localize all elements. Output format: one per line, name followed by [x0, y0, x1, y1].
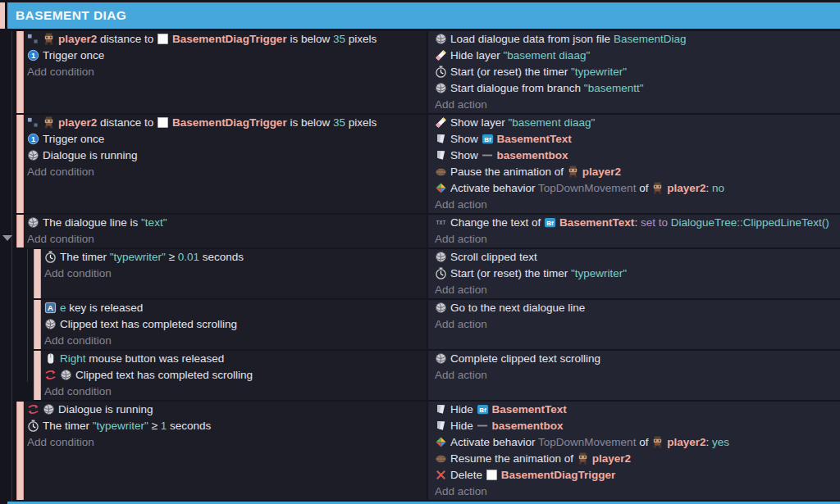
action-row[interactable]: Pause the animation of player2	[435, 164, 840, 180]
add-action-button[interactable]: Add action	[435, 484, 840, 500]
condition-row[interactable]: Ae key is released	[44, 300, 427, 316]
text-segment: ≥	[148, 420, 161, 432]
mouse-icon	[44, 352, 57, 365]
action-row[interactable]: Show BfBasementText	[435, 131, 840, 148]
visibility-icon	[435, 133, 447, 145]
group-title: BASEMENT DIAG	[16, 8, 126, 22]
action-row[interactable]: Start (or reset) the timer "typewriter"	[435, 64, 840, 80]
action-row[interactable]: Complete clipped text scrolling	[435, 351, 840, 367]
event-group-header[interactable]: BASEMENT DIAG	[7, 2, 840, 29]
event-selection-bar[interactable]	[34, 249, 41, 298]
condition-row[interactable]: Dialogue is running	[27, 402, 427, 418]
visibility-icon	[435, 403, 447, 415]
conditions-column: The timer "typewriter" ≥ 0.01 secondsAdd…	[41, 249, 427, 298]
action-row[interactable]: Show layer "basement diaag"	[435, 115, 840, 131]
yarn-ball-icon	[435, 302, 447, 314]
condition-row[interactable]: The dialogue line is "text"	[27, 215, 427, 231]
text-segment: basementbox	[492, 420, 564, 432]
action-row[interactable]: Scroll clipped text	[435, 249, 840, 266]
event-selection-bar[interactable]	[16, 115, 24, 213]
white-square-icon	[157, 116, 169, 129]
collapse-arrow-icon[interactable]	[2, 235, 12, 241]
condition-row[interactable]: The timer "typewriter" ≥ 0.01 seconds	[44, 249, 427, 266]
distance-icon	[27, 33, 39, 45]
text-segment: "typewriter"	[571, 267, 627, 279]
add-condition-button[interactable]: Add condition	[27, 231, 427, 247]
event-selection-bar[interactable]	[16, 31, 24, 113]
action-row[interactable]: Hide BfBasementText	[435, 402, 840, 418]
add-action-button[interactable]: Add action	[435, 282, 840, 298]
add-action-button[interactable]: Add action	[435, 231, 840, 247]
text-segment: pixels	[345, 33, 377, 45]
text-segment: Complete clipped text scrolling	[450, 352, 600, 365]
action-row[interactable]: Start dialogue from branch "basementt"	[435, 80, 840, 97]
text-segment: Clipped text has completed scrolling	[60, 318, 237, 330]
text-segment: 35	[333, 33, 345, 45]
action-row[interactable]: Hide layer "basement diaag"	[435, 48, 840, 64]
event-selection-bar[interactable]	[34, 300, 41, 349]
action-row[interactable]: Show basementbox	[435, 148, 840, 164]
conditions-column: player2 distance to BasementDiagTrigger …	[24, 115, 427, 213]
add-action-button[interactable]: Add action	[435, 367, 840, 384]
svg-text:Bf: Bf	[479, 406, 486, 414]
yarn-ball-icon	[435, 352, 447, 365]
add-action-button[interactable]: Add action	[435, 97, 840, 113]
text-segment: "basement diaag"	[504, 49, 591, 61]
text-segment: BasementDiagTrigger	[501, 469, 616, 481]
action-row[interactable]: Go to the next dialogue line	[435, 300, 840, 316]
actions-column: TXTChange the text of BfBasementText: se…	[427, 215, 840, 247]
condition-row[interactable]: Clipped text has completed scrolling	[44, 316, 427, 333]
not-icon	[27, 403, 39, 415]
action-row[interactable]: Resume the animation of player2	[435, 451, 840, 467]
condition-row[interactable]: player2 distance to BasementDiagTrigger …	[27, 115, 427, 131]
text-segment: "typewriter"	[110, 251, 166, 263]
event-selection-bar[interactable]	[16, 215, 24, 247]
condition-row[interactable]: Dialogue is running	[27, 148, 427, 164]
add-condition-button[interactable]: Add condition	[44, 333, 427, 349]
sub-event: Ae key is releasedClipped text has compl…	[34, 300, 840, 349]
condition-row[interactable]: Clipped text has completed scrolling	[44, 367, 427, 384]
add-condition-button[interactable]: Add condition	[27, 64, 427, 80]
yarn-ball-icon	[435, 251, 447, 263]
text-segment: of	[636, 182, 651, 194]
distance-icon	[27, 116, 39, 129]
action-row[interactable]: Delete BasementDiagTrigger	[435, 467, 840, 484]
add-action-button[interactable]: Add action	[435, 316, 840, 333]
layer-icon	[435, 116, 447, 129]
add-condition-button[interactable]: Add condition	[27, 164, 427, 180]
actions-column: Hide BfBasementTextHide basementboxActiv…	[427, 402, 840, 500]
condition-row[interactable]: The timer "typewriter" ≥ 1 seconds	[27, 418, 427, 434]
text-segment: "typewriter"	[571, 66, 627, 78]
bbtext-icon: Bf	[544, 216, 556, 229]
text-segment: BasementText	[497, 133, 572, 145]
action-row[interactable]: Start (or reset) the timer "typewriter"	[435, 266, 840, 282]
event-selection-bar[interactable]	[34, 351, 41, 400]
text-segment: "basement diaag"	[509, 116, 596, 129]
text-segment: yes	[712, 436, 729, 448]
text-segment: mouse button was released	[86, 352, 225, 365]
action-row[interactable]: Hide basementbox	[435, 418, 840, 434]
add-condition-button[interactable]: Add condition	[27, 434, 427, 451]
text-segment: 0.01	[178, 251, 199, 263]
condition-row[interactable]: 1Trigger once	[27, 48, 427, 64]
condition-row[interactable]: Right mouse button was released	[44, 351, 427, 367]
action-row[interactable]: Activate behavior TopDownMovement of pla…	[435, 180, 840, 197]
text-segment: Hide	[450, 420, 477, 432]
add-condition-button[interactable]: Add condition	[44, 266, 427, 282]
add-condition-button[interactable]: Add condition	[44, 384, 427, 400]
timer-icon	[435, 66, 447, 78]
action-row[interactable]: Activate behavior TopDownMovement of pla…	[435, 434, 840, 451]
action-row[interactable]: Load dialogue data from json file Baseme…	[435, 31, 840, 48]
condition-row[interactable]: player2 distance to BasementDiagTrigger …	[27, 31, 427, 48]
condition-row[interactable]: 1Trigger once	[27, 131, 427, 148]
text-segment: Activate behavior	[450, 436, 538, 448]
trigger-once-icon: 1	[27, 133, 39, 145]
group-selection-bar[interactable]	[0, 2, 5, 29]
text-segment: e	[60, 302, 66, 314]
text-segment: TopDownMovement	[538, 436, 636, 448]
add-action-button[interactable]: Add action	[435, 197, 840, 213]
yarn-ball-icon	[435, 82, 447, 94]
event-selection-bar[interactable]	[16, 402, 24, 500]
action-row[interactable]: TXTChange the text of BfBasementText: se…	[435, 215, 840, 231]
text-segment: The dialogue line is	[43, 216, 141, 229]
